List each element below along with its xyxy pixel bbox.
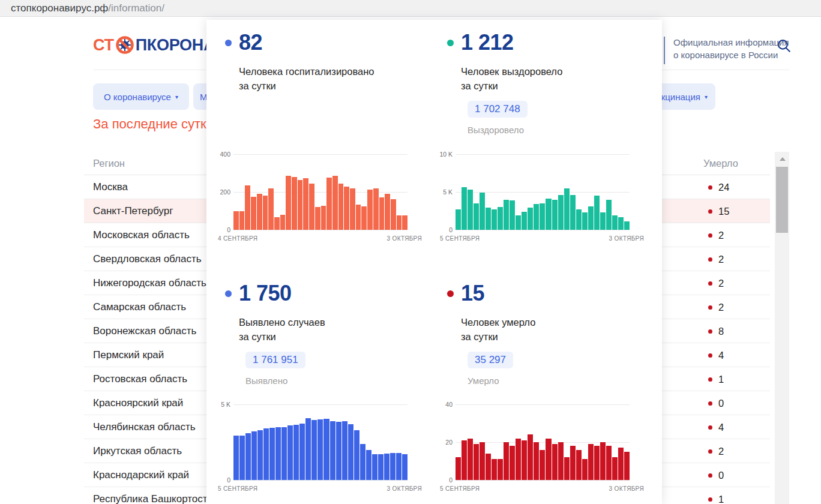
chart-bar[interactable] [564, 188, 570, 230]
chart-bar[interactable] [391, 199, 396, 230]
recovered-chart[interactable]: 10 K5 K05 СЕНТЯБРЯ3 ОКТЯБРЯ [440, 154, 630, 242]
chart-bar[interactable] [338, 184, 344, 230]
chart-bar[interactable] [356, 205, 361, 230]
chart-bar[interactable] [468, 439, 473, 480]
chart-bar[interactable] [379, 197, 385, 230]
chart-bar[interactable] [510, 200, 515, 230]
chart-bar[interactable] [257, 194, 262, 230]
chart-bar[interactable] [245, 433, 251, 480]
chart-bar[interactable] [373, 188, 379, 230]
chart-bar[interactable] [311, 420, 317, 480]
chart-bar[interactable] [263, 428, 269, 480]
chart-bar[interactable] [534, 204, 539, 230]
chart-bar[interactable] [600, 212, 606, 230]
chart-bar[interactable] [528, 434, 533, 480]
chart-bar[interactable] [498, 207, 503, 230]
scrollbar-thumb[interactable] [776, 167, 788, 233]
chart-bar[interactable] [321, 206, 326, 230]
chart-bar[interactable] [396, 453, 401, 480]
chart-bar[interactable] [366, 450, 371, 480]
chart-bar[interactable] [317, 419, 323, 480]
chart-bar[interactable] [239, 436, 245, 480]
chart-bar[interactable] [323, 419, 329, 480]
chart-bar[interactable] [600, 442, 606, 480]
chart-bar[interactable] [315, 207, 320, 230]
chart-bar[interactable] [468, 190, 473, 230]
chart-bar[interactable] [378, 454, 383, 480]
chart-bar[interactable] [624, 221, 630, 230]
chart-bar[interactable] [486, 454, 491, 480]
chart-bar[interactable] [552, 200, 558, 230]
chart-bar[interactable] [594, 446, 600, 480]
chart-bar[interactable] [480, 193, 485, 230]
chart-bar[interactable] [558, 442, 564, 480]
chart-bar[interactable] [251, 431, 257, 480]
chart-bar[interactable] [588, 206, 594, 230]
chart-bar[interactable] [612, 457, 618, 480]
chart-bar[interactable] [552, 444, 558, 480]
chart-bar[interactable] [348, 424, 353, 480]
chart-bar[interactable] [305, 418, 311, 480]
chart-bar[interactable] [344, 187, 349, 230]
chart-bar[interactable] [390, 453, 395, 480]
chart-bar[interactable] [516, 439, 521, 480]
chart-bar[interactable] [275, 427, 281, 480]
chart-bar[interactable] [281, 427, 287, 480]
chart-bar[interactable] [280, 215, 286, 230]
chart-bar[interactable] [384, 454, 389, 480]
chart-bar[interactable] [504, 200, 509, 230]
chart-bar[interactable] [292, 177, 297, 230]
chart-bar[interactable] [303, 178, 308, 230]
chart-bar[interactable] [397, 215, 402, 230]
deaths-chart[interactable]: 402005 СЕНТЯБРЯ3 ОКТЯБРЯ [440, 404, 630, 492]
chart-bar[interactable] [274, 217, 280, 230]
chart-bar[interactable] [474, 444, 479, 480]
chart-bar[interactable] [618, 217, 624, 230]
chart-bar[interactable] [588, 444, 594, 480]
chart-bar[interactable] [498, 459, 503, 480]
chart-bar[interactable] [233, 436, 239, 480]
chart-bar[interactable] [367, 190, 373, 230]
chart-bar[interactable] [546, 439, 551, 480]
chart-bar[interactable] [462, 440, 467, 480]
chart-bar[interactable] [456, 209, 461, 230]
chart-bar[interactable] [360, 444, 365, 480]
chart-bar[interactable] [570, 195, 576, 230]
browser-address-bar[interactable]: стопкоронавирус.рф/information/ [0, 0, 821, 17]
chart-bar[interactable] [233, 211, 239, 230]
confirmed-chart[interactable]: 5 K05 СЕНТЯБРЯ3 ОКТЯБРЯ [218, 404, 407, 492]
search-icon[interactable] [776, 38, 793, 55]
chart-bar[interactable] [510, 446, 515, 480]
chart-bar[interactable] [462, 187, 467, 230]
chart-bar[interactable] [576, 209, 582, 230]
chart-bar[interactable] [492, 209, 497, 230]
chart-bar[interactable] [570, 446, 576, 480]
chart-bar[interactable] [486, 208, 491, 230]
chart-bar[interactable] [257, 430, 263, 480]
chart-bar[interactable] [245, 185, 250, 230]
chart-bar[interactable] [528, 208, 533, 230]
chart-bar[interactable] [385, 194, 390, 230]
chart-bar[interactable] [474, 203, 479, 230]
hospitalized-chart[interactable]: 40020004 СЕНТЯБРЯ3 ОКТЯБРЯ [218, 154, 407, 242]
chart-bar[interactable] [350, 188, 355, 230]
chart-bar[interactable] [516, 215, 521, 230]
chart-bar[interactable] [618, 448, 624, 480]
chart-bar[interactable] [576, 450, 582, 480]
chart-bar[interactable] [606, 200, 612, 230]
chart-bar[interactable] [299, 424, 305, 481]
chart-bar[interactable] [612, 215, 618, 230]
chart-bar[interactable] [522, 212, 527, 230]
chart-bar[interactable] [558, 195, 564, 230]
table-scrollbar[interactable] [775, 152, 789, 504]
scroll-up-arrow-icon[interactable] [780, 157, 786, 161]
chart-bar[interactable] [372, 454, 377, 480]
chart-bar[interactable] [309, 184, 314, 230]
chart-bar[interactable] [402, 215, 407, 230]
chart-bar[interactable] [480, 442, 485, 480]
chart-bar[interactable] [342, 421, 347, 480]
chart-bar[interactable] [354, 430, 359, 480]
chart-bar[interactable] [286, 176, 291, 230]
chart-bar[interactable] [504, 442, 509, 480]
chart-bar[interactable] [564, 457, 570, 480]
